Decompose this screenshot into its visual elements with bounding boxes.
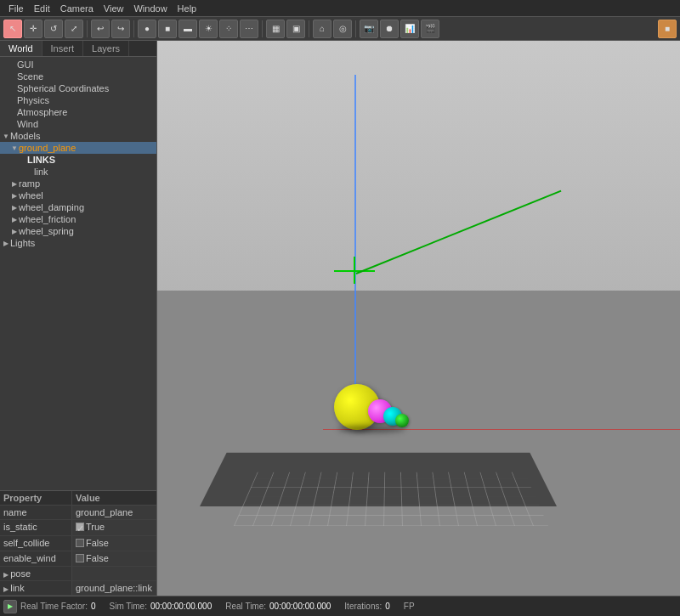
tree-item-ramp[interactable]: ▶ ramp — [0, 178, 156, 189]
tree-label-atmosphere: Atmosphere — [17, 107, 67, 117]
tab-bar: World Insert Layers — [0, 41, 156, 57]
tool-scale[interactable]: ⤢ — [65, 20, 83, 38]
enablewind-text: False — [86, 553, 109, 563]
menu-edit[interactable]: Edit — [29, 3, 55, 14]
simtime-value: 00:00:00:00.000 — [150, 602, 212, 611]
tree-label-spherical: Spherical Coordinates — [17, 83, 109, 93]
tool-snap-vertex[interactable]: ▣ — [286, 20, 305, 38]
tree-item-wind[interactable]: Wind — [0, 118, 156, 130]
tool-redo[interactable]: ↪ — [111, 20, 130, 38]
tree-item-spherical[interactable]: Spherical Coordinates — [0, 82, 156, 94]
prop-enablewind-value[interactable]: False — [72, 551, 112, 566]
ground-background — [157, 291, 680, 596]
tree-item-lights[interactable]: ▶ Lights — [0, 237, 156, 249]
prop-pose-value — [72, 567, 79, 580]
tree-item-links[interactable]: LINKS — [0, 154, 156, 166]
tree-label-gui: GUI — [17, 59, 34, 70]
tool-translate[interactable]: ✛ — [24, 20, 42, 38]
tab-layers[interactable]: Layers — [83, 41, 129, 56]
tool-screenshot[interactable]: 📷 — [360, 20, 378, 38]
play-button[interactable]: ▶ — [3, 600, 17, 613]
viewport[interactable] — [157, 41, 680, 596]
menu-file[interactable]: File — [3, 3, 29, 14]
tree-item-wheel[interactable]: ▶ wheel — [0, 189, 156, 201]
tree-item-scene[interactable]: Scene — [0, 71, 156, 82]
selfcollide-checkbox[interactable]: False — [76, 538, 109, 548]
tool-undo[interactable]: ↩ — [91, 20, 110, 38]
realtime2-label: Real Time: — [225, 602, 266, 611]
tool-snap-grid[interactable]: ▦ — [266, 20, 285, 38]
tree-item-physics[interactable]: Physics — [0, 94, 156, 106]
prop-isstatic-value[interactable]: ✓ True — [72, 520, 108, 535]
tool-pointcloud[interactable]: ⁘ — [219, 20, 238, 38]
tree-label-wheel-friction: wheel_friction — [19, 214, 76, 224]
prop-pose-label: pose — [0, 567, 72, 580]
iterations-label: Iterations: — [344, 602, 382, 611]
prop-row-link[interactable]: link ground_plane::link — [0, 581, 156, 596]
selfcollide-text: False — [86, 538, 109, 548]
prop-name-value[interactable]: ground_plane — [72, 506, 136, 519]
tree-item-models[interactable]: ▼ Models — [0, 130, 156, 142]
tree-item-atmosphere[interactable]: Atmosphere — [0, 106, 156, 118]
tree-item-gui[interactable]: GUI — [0, 59, 156, 71]
tool-mesh[interactable]: ⋯ — [240, 20, 258, 38]
tool-sphere[interactable]: ● — [138, 20, 156, 38]
tool-rotate[interactable]: ↺ — [44, 20, 63, 38]
sphere-shadow — [337, 426, 405, 432]
tree-arrow-ramp: ▶ — [10, 180, 19, 188]
menu-window[interactable]: Window — [128, 3, 172, 14]
tool-active-mode[interactable]: ■ — [658, 20, 677, 38]
tool-stats[interactable]: 📊 — [400, 20, 419, 38]
separator-4 — [309, 20, 309, 37]
iterations-value: 0 — [385, 602, 390, 611]
sidebar: World Insert Layers GUI Scene Sphe — [0, 41, 157, 596]
tree-item-wheel-damping[interactable]: ▶ wheel_damping — [0, 201, 156, 213]
property-panel: Property Value name ground_plane is_stat… — [0, 490, 156, 596]
axis-cross-vertical — [354, 257, 355, 284]
tree-arrow-lights: ▶ — [2, 240, 10, 247]
menu-camera[interactable]: Camera — [55, 3, 99, 14]
prop-isstatic-label: is_static — [0, 520, 72, 535]
prop-row-self-collide: self_collide False — [0, 536, 156, 551]
realtime2-value: 00:00:00:00.000 — [269, 602, 331, 611]
prop-link-value: ground_plane::link — [72, 581, 156, 595]
tab-insert[interactable]: Insert — [42, 41, 84, 56]
tool-cylinder[interactable]: ▬ — [178, 20, 197, 38]
prop-selfcollide-label: self_collide — [0, 536, 72, 551]
tool-select[interactable]: ↖ — [3, 20, 22, 38]
main-layout: World Insert Layers GUI Scene Sphe — [0, 41, 680, 596]
menubar: File Edit Camera View Window Help — [0, 0, 680, 17]
tree-label-scene: Scene — [17, 71, 43, 82]
tree-label-wind: Wind — [17, 119, 38, 129]
tree-label-ground-plane: ground_plane — [19, 143, 76, 153]
prop-col-property: Property — [0, 491, 72, 505]
tree-item-ground-plane[interactable]: ▼ ground_plane — [0, 142, 156, 154]
prop-row-is-static: is_static ✓ True — [0, 520, 156, 536]
tool-extra[interactable]: 🎬 — [421, 20, 439, 38]
toolbar: ↖ ✛ ↺ ⤢ ↩ ↪ ● ■ ▬ ☀ ⁘ ⋯ ▦ ▣ ⌂ ◎ 📷 ⏺ 📊 🎬 … — [0, 17, 680, 41]
tool-box[interactable]: ■ — [158, 20, 177, 38]
tree-item-wheel-friction[interactable]: ▶ wheel_friction — [0, 213, 156, 225]
tree-item-wheel-spring[interactable]: ▶ wheel_spring — [0, 225, 156, 237]
tab-world[interactable]: World — [0, 41, 42, 56]
separator-1 — [87, 20, 88, 37]
tool-light[interactable]: ☀ — [199, 20, 218, 38]
tree-arrow-ground-plane: ▼ — [10, 144, 19, 152]
tree-label-links: LINKS — [27, 155, 55, 165]
tool-view-reset[interactable]: ⌂ — [313, 20, 332, 38]
prop-name-label: name — [0, 506, 72, 519]
tree-item-link[interactable]: link — [0, 166, 156, 178]
tool-view-orbit[interactable]: ◎ — [333, 20, 352, 38]
isstatic-checkbox[interactable]: ✓ True — [76, 522, 105, 532]
statusbar: ▶ Real Time Factor: 0 Sim Time: 00:00:00… — [0, 596, 680, 616]
prop-row-pose[interactable]: pose — [0, 567, 156, 581]
isstatic-check-icon: ✓ — [76, 523, 84, 531]
separator-3 — [262, 20, 263, 37]
menu-help[interactable]: Help — [173, 3, 202, 14]
enablewind-checkbox[interactable]: False — [76, 553, 109, 563]
enablewind-check-icon — [76, 554, 84, 562]
menu-view[interactable]: View — [99, 3, 129, 14]
prop-selfcollide-value[interactable]: False — [72, 536, 112, 551]
tool-record[interactable]: ⏺ — [380, 20, 399, 38]
tree-arrow-wheel: ▶ — [10, 192, 19, 200]
